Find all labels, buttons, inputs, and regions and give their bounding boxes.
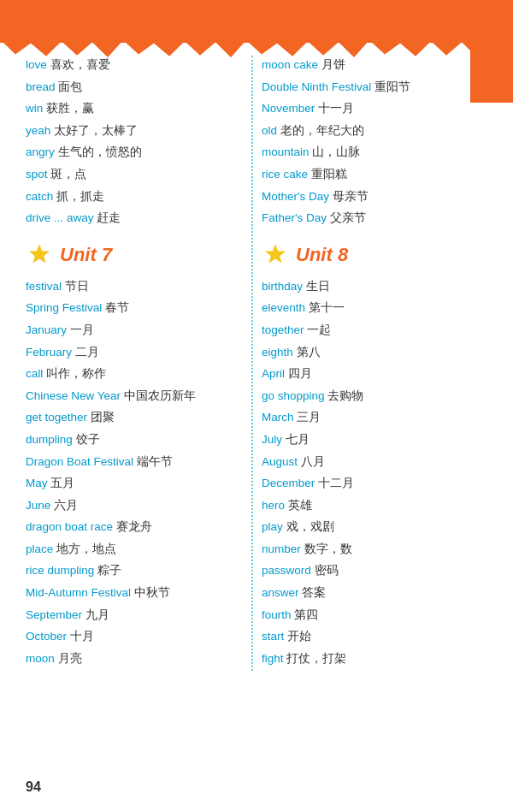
vocab-item: August 八月 xyxy=(262,453,479,471)
vocab-chinese: 父亲节 xyxy=(330,211,366,224)
vocab-english: password xyxy=(262,564,311,577)
vocab-english: number xyxy=(262,542,301,555)
right-column: moon cake 月饼Double Ninth Festival 重阳节Nov… xyxy=(251,56,487,671)
vocab-item: fourth 第四 xyxy=(262,606,479,625)
vocab-chinese: 节日 xyxy=(65,280,89,293)
vocab-chinese: 饺子 xyxy=(76,433,100,446)
vocab-chinese: 开始 xyxy=(287,630,311,643)
svg-marker-1 xyxy=(265,244,286,263)
vocab-english: Father's Day xyxy=(262,211,327,224)
vocab-item: moon 月亮 xyxy=(26,649,243,668)
vocab-item: festival 节日 xyxy=(26,277,243,296)
vocab-item: eighth 第八 xyxy=(262,343,479,362)
vocab-item: February 二月 xyxy=(26,343,243,362)
vocab-english: go shopping xyxy=(262,389,325,402)
left-column: love 喜欢，喜爱bread 面包win 获胜，赢yeah 太好了，太棒了an… xyxy=(26,56,251,671)
vocab-item: old 老的，年纪大的 xyxy=(262,122,479,140)
vocab-english: May xyxy=(26,477,48,489)
vocab-item: catch 抓，抓走 xyxy=(26,187,243,206)
vocab-english: get together xyxy=(26,411,87,424)
vocab-chinese: 粽子 xyxy=(97,564,121,577)
intro-words-right: moon cake 月饼Double Ninth Festival 重阳节Nov… xyxy=(262,56,479,228)
unit7-header: Unit 7 xyxy=(26,241,243,269)
vocab-chinese: 八月 xyxy=(301,455,325,468)
vocab-chinese: 山，山脉 xyxy=(312,145,360,158)
vocab-english: September xyxy=(26,608,82,621)
vocab-chinese: 端午节 xyxy=(137,455,173,468)
vocab-chinese: 获胜，赢 xyxy=(46,102,94,115)
vocab-item: fight 打仗，打架 xyxy=(262,649,479,668)
vocab-item: rice dumpling 粽子 xyxy=(26,561,243,580)
vocab-chinese: 第八 xyxy=(297,346,321,359)
intro-words-left: love 喜欢，喜爱bread 面包win 获胜，赢yeah 太好了，太棒了an… xyxy=(26,56,243,228)
vocab-english: catch xyxy=(26,190,53,203)
vocab-chinese: 第四 xyxy=(294,608,318,621)
vocab-item: spot 斑，点 xyxy=(26,165,243,184)
vocab-chinese: 生气的，愤怒的 xyxy=(58,145,142,158)
vocab-chinese: 月饼 xyxy=(321,58,345,71)
vocab-english: Dragon Boat Festival xyxy=(26,455,133,468)
vocab-english: bread xyxy=(26,80,56,93)
unit8-header: Unit 8 xyxy=(262,241,479,269)
vocab-chinese: 重阳节 xyxy=(374,80,410,93)
vocab-english: rice cake xyxy=(262,168,308,181)
vocab-chinese: 三月 xyxy=(297,411,321,424)
vocab-item: get together 团聚 xyxy=(26,408,243,427)
vocab-item: go shopping 去购物 xyxy=(262,387,479,406)
vocab-item: dragon boat race 赛龙舟 xyxy=(26,518,243,536)
vocab-chinese: 密码 xyxy=(315,564,339,577)
vocab-english: August xyxy=(262,455,298,468)
vocab-item: call 叫作，称作 xyxy=(26,365,243,383)
vocab-chinese: 赶走 xyxy=(97,211,121,224)
svg-marker-0 xyxy=(29,244,50,263)
vocab-item: together 一起 xyxy=(262,321,479,340)
vocab-chinese: 赛龙舟 xyxy=(116,520,152,533)
vocab-chinese: 二月 xyxy=(75,346,99,359)
vocab-english: play xyxy=(262,520,283,533)
page-number: 94 xyxy=(26,779,41,795)
vocab-item: July 七月 xyxy=(262,430,479,449)
vocab-english: hero xyxy=(262,499,285,512)
vocab-item: bread 面包 xyxy=(26,78,243,97)
vocab-item: Mother's Day 母亲节 xyxy=(262,187,479,206)
vocab-english: festival xyxy=(26,280,62,293)
vocab-chinese: 十二月 xyxy=(318,477,354,489)
vocab-item: start 开始 xyxy=(262,627,479,646)
vocab-chinese: 抓，抓走 xyxy=(56,190,104,203)
vocab-english: March xyxy=(262,411,294,424)
vocab-chinese: 地方，地点 xyxy=(56,542,116,555)
vocab-item: April 四月 xyxy=(262,365,479,383)
vocab-item: October 十月 xyxy=(26,627,243,646)
vocab-english: Chinese New Year xyxy=(26,389,121,402)
vocab-chinese: 月亮 xyxy=(58,652,82,665)
vocab-chinese: 英雄 xyxy=(288,499,312,512)
vocab-english: fourth xyxy=(262,608,292,621)
vocab-chinese: 打仗，打架 xyxy=(286,652,346,665)
vocab-item: mountain 山，山脉 xyxy=(262,143,479,162)
vocab-item: password 密码 xyxy=(262,561,479,580)
vocab-english: December xyxy=(262,477,315,489)
vocab-english: old xyxy=(262,124,277,137)
vocab-item: answer 答案 xyxy=(262,584,479,602)
vocab-english: moon xyxy=(26,652,55,665)
vocab-item: May 五月 xyxy=(26,474,243,493)
vocab-english: eleventh xyxy=(262,301,305,314)
vocab-chinese: 重阳糕 xyxy=(311,168,347,181)
vocab-item: angry 生气的，愤怒的 xyxy=(26,143,243,162)
vocab-english: drive ... away xyxy=(26,211,94,224)
vocab-english: January xyxy=(26,323,67,336)
vocab-chinese: 去购物 xyxy=(327,389,363,402)
vocab-item: birthday 生日 xyxy=(262,277,479,296)
vocab-item: March 三月 xyxy=(262,408,479,427)
vocab-english: spot xyxy=(26,168,48,181)
vocab-item: moon cake 月饼 xyxy=(262,56,479,74)
vocab-item: love 喜欢，喜爱 xyxy=(26,56,243,74)
vocab-item: Double Ninth Festival 重阳节 xyxy=(262,78,479,97)
vocab-chinese: 面包 xyxy=(58,80,82,93)
vocab-item: win 获胜，赢 xyxy=(26,99,243,118)
vocab-english: October xyxy=(26,630,67,643)
main-content: love 喜欢，喜爱bread 面包win 获胜，赢yeah 太好了，太棒了an… xyxy=(0,0,513,696)
vocab-chinese: 老的，年纪大的 xyxy=(280,124,364,137)
vocab-chinese: 数字，数 xyxy=(304,542,352,555)
vocab-item: Mid-Autumn Festival 中秋节 xyxy=(26,584,243,602)
